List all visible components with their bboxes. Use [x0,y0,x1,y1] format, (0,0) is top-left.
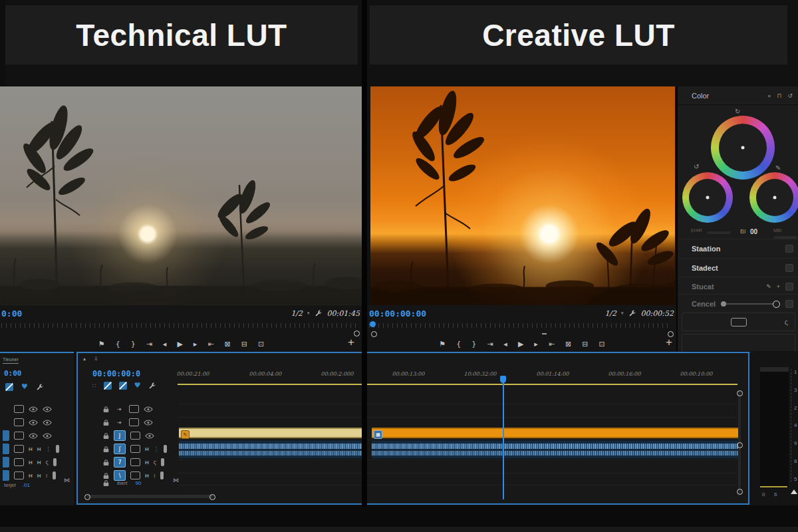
checkbox[interactable] [785,300,793,308]
color-wheel-midtones[interactable] [711,116,775,180]
play-button[interactable]: ▶ [177,340,182,348]
mini-track-row-4[interactable]: H H ⋮ [0,442,74,456]
wheel-reset-icon[interactable]: ↻ [735,108,740,115]
track-output-icon[interactable] [129,418,139,426]
right-monitor-playhead-dot[interactable] [370,321,376,327]
track-lock-icon[interactable] [103,459,109,466]
track-target-stub[interactable] [3,444,9,454]
zoom-level-select[interactable]: 1/2 [291,309,303,318]
eye-icon[interactable] [29,406,38,412]
track-output-icon[interactable] [129,405,139,413]
add-marker-button[interactable]: ⚑ [439,340,446,348]
left-monitor-scrub-ruler[interactable] [1,323,356,328]
track-output-icon[interactable] [14,445,24,453]
mark-out-button[interactable]: } [471,340,476,348]
slider-handle-left[interactable] [721,301,726,307]
mini-track-row-3[interactable]: H H [0,429,74,442]
play-button[interactable]: ▶ [518,340,523,348]
extract-button[interactable]: ⊟ [582,340,588,348]
pen-icon[interactable]: ✎ [775,164,781,172]
mini-bottom-value[interactable]: .01 [23,482,30,488]
empty-tool-row[interactable] [682,334,795,352]
track-row-v1[interactable]: J H [100,429,180,442]
source-patch-toggle[interactable]: J [114,430,126,441]
chevron-down-icon[interactable]: ▾ [621,311,624,316]
eye-icon[interactable] [43,406,52,412]
panel-icon[interactable]: ⇩ [94,356,98,362]
track-output-icon[interactable] [130,432,140,440]
left-playhead-timecode[interactable]: 0:00 [1,309,22,319]
eye-icon[interactable] [43,420,52,426]
mute-icon[interactable]: H [145,460,149,466]
mute-icon[interactable]: H [29,473,33,479]
track-row-v2[interactable]: ⇥ H [100,416,180,429]
timeline-settings-icon[interactable] [36,383,44,391]
solo-icon[interactable]: H [37,460,41,466]
rotate-reset-icon[interactable]: ↺ [694,163,699,170]
solo-icon[interactable]: ≀ [154,473,156,479]
mark-out-button[interactable]: } [131,340,136,348]
source-patch-toggle[interactable]: ʃ [114,444,126,454]
bottom-track-value[interactable]: 90 [136,480,142,486]
export-frame-button[interactable]: ⊡ [599,340,605,348]
extract-button[interactable]: ⊟ [241,340,247,348]
fader-icon[interactable] [53,458,57,466]
eye-icon[interactable] [29,420,38,426]
eye-icon[interactable] [145,433,154,439]
lumetri-row-slider[interactable]: Cencel [678,295,798,313]
timeline-settings-icon[interactable] [148,382,156,390]
eye-icon[interactable] [144,406,153,412]
vscroll-handle-bottom[interactable] [737,489,743,495]
slider-handle-right[interactable] [773,301,780,308]
add-marker-button[interactable]: ⚑ [98,340,105,348]
step-back-button[interactable]: ◂ [503,340,507,348]
track-lock-icon[interactable] [103,419,109,426]
source-patch-toggle[interactable]: ⇥ [114,404,124,414]
mark-in-button[interactable]: { [116,340,120,348]
compare-view-icon[interactable]: ⊓ [777,92,781,99]
vscroll-handle-top[interactable] [737,390,743,396]
automation-icon[interactable]: ⋮ [46,446,51,452]
hscroll-handle-right[interactable] [209,494,215,500]
track-lock-icon[interactable] [103,479,109,487]
button-editor-plus[interactable]: + [348,336,354,349]
audio-clip-right[interactable] [372,440,738,459]
fader-icon[interactable] [161,458,164,466]
lumetri-row-saturation[interactable]: Staation [678,240,798,257]
left-scrollbar-handle[interactable] [354,331,360,336]
checkbox[interactable] [785,245,793,253]
grid-icon[interactable]: ∷ [92,382,96,389]
checkbox[interactable] [785,283,793,291]
sequence-tab[interactable]: Tleuner [3,357,19,364]
solo-icon[interactable]: H [37,473,41,479]
lumetri-row-tools[interactable]: Stucat ✎ + [678,278,798,295]
right-monitor-scrub-ruler[interactable] [369,323,670,328]
mask-tool-row[interactable]: ς [682,313,795,331]
source-patch-toggle[interactable]: 7 [114,457,126,467]
track-row-a2[interactable]: 7 H ς [100,456,180,469]
source-patch-toggle[interactable]: ⇥ [114,418,124,427]
track-output-icon[interactable] [130,471,140,479]
vscroll-handle-mid[interactable] [737,442,743,448]
track-lock-icon[interactable] [103,446,109,453]
button-editor-plus[interactable]: + [666,336,672,349]
chevron-down-icon[interactable]: ▾ [307,311,310,316]
horizontal-scrollbar[interactable] [87,495,213,498]
snap-toggle-icon[interactable] [104,382,112,390]
collapse-icon[interactable]: ⋈ [173,477,179,483]
mute-icon[interactable]: H [145,446,149,452]
fader-icon[interactable] [164,445,167,453]
timeline-ruler[interactable]: 00:00:21:0000:00:04:0000:00:2:00000:00:1… [78,371,737,382]
video-clip-left[interactable]: ✎ [179,428,364,438]
reset-effect-icon[interactable]: ↺ [787,92,793,99]
audio-clip-left[interactable] [179,440,364,459]
zoom-level-select[interactable]: 1/2 [604,309,616,318]
solo-icon[interactable]: ς [154,460,157,466]
mini-track-row-5[interactable]: H H ς [0,456,74,469]
step-back-button[interactable]: ◂ [163,340,167,348]
amount-slider[interactable] [722,303,779,305]
track-lock-icon[interactable] [103,432,109,440]
heart-icon[interactable]: ♥ [134,381,141,390]
fader-icon[interactable] [56,445,59,453]
track-row-a1[interactable]: ʃ H ⋮ [100,442,180,456]
